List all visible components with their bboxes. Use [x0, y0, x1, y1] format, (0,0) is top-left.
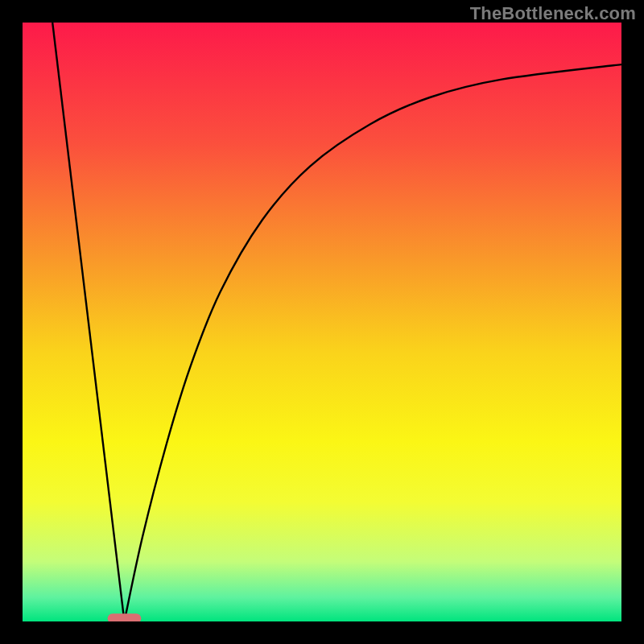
watermark-text: TheBottleneck.com — [470, 3, 636, 24]
chart-background — [23, 23, 621, 621]
chart-plot-area — [23, 23, 621, 621]
chart-frame: TheBottleneck.com — [0, 0, 644, 644]
chart-svg — [23, 23, 621, 621]
optimum-marker — [108, 613, 142, 621]
